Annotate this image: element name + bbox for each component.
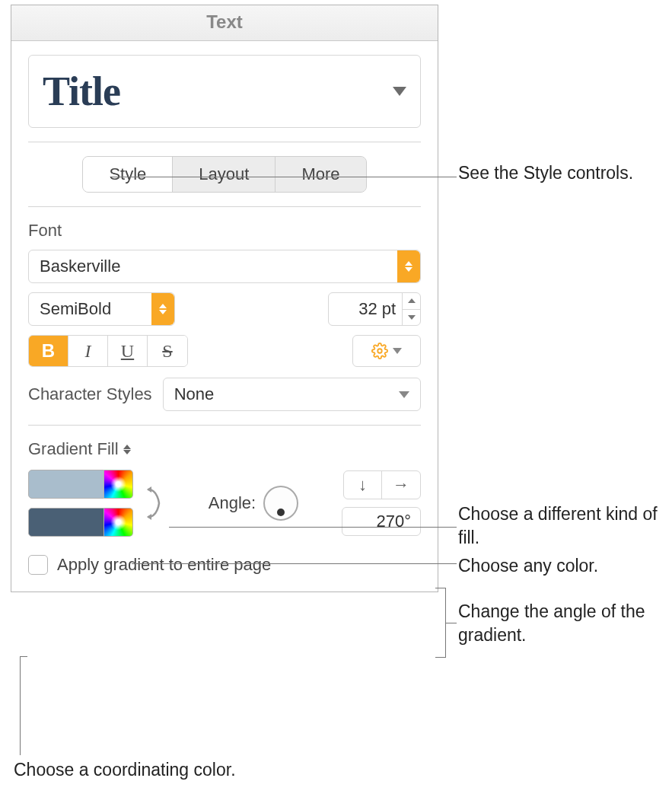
italic-button[interactable]: I [68, 336, 108, 366]
select-stepper-icon [151, 293, 174, 325]
fill-type-label: Gradient Fill [28, 439, 119, 459]
gradient-color-1-swatch[interactable] [28, 470, 104, 499]
font-family-value: Baskerville [40, 257, 120, 276]
stepper-arrows [402, 293, 420, 325]
direction-down-button[interactable]: ↓ [344, 471, 382, 499]
font-family-select[interactable]: Baskerville [28, 250, 421, 283]
callout-line [20, 656, 21, 755]
apply-gradient-page-checkbox[interactable] [28, 555, 48, 575]
gradient-color-1-picker[interactable] [104, 470, 133, 499]
angle-dial[interactable] [263, 486, 298, 521]
font-size-unit: pt [382, 299, 402, 319]
gradient-color-2-picker[interactable] [104, 508, 133, 537]
select-stepper-icon [397, 250, 420, 282]
chevron-down-icon [393, 348, 402, 354]
angle-value-field[interactable]: 270° [342, 507, 421, 536]
direction-right-button[interactable]: → [382, 471, 420, 499]
character-styles-select[interactable]: None [163, 378, 421, 411]
gear-icon [371, 343, 388, 359]
callout-angle: Change the angle of the gradient. [458, 600, 672, 647]
swap-colors-icon[interactable] [142, 480, 165, 526]
gradient-direction-group: ↓ → [343, 470, 421, 499]
bold-button[interactable]: B [29, 336, 68, 366]
fill-type-select[interactable]: Gradient Fill [28, 439, 131, 459]
paragraph-style-dropdown[interactable]: Title [28, 55, 421, 128]
callout-bracket [435, 588, 446, 658]
chevron-down-icon [399, 391, 409, 398]
tab-style[interactable]: Style [83, 157, 173, 192]
callout-line [111, 177, 457, 177]
font-size-input[interactable] [329, 299, 382, 319]
tab-more[interactable]: More [275, 157, 365, 192]
chevron-down-icon [393, 87, 406, 96]
callout-line [20, 656, 27, 657]
stepper-down-button[interactable] [403, 310, 420, 326]
callout-line [446, 623, 457, 623]
select-stepper-icon [123, 445, 131, 454]
callout-line [169, 527, 457, 528]
angle-value: 270° [376, 512, 411, 531]
callout-any-color: Choose any color. [458, 554, 598, 578]
divider [28, 206, 421, 207]
text-style-group: B I U S [28, 335, 188, 367]
divider [28, 142, 421, 142]
panel-title: Text [11, 5, 438, 41]
gradient-color-2-swatch[interactable] [28, 508, 104, 537]
callout-line [132, 563, 457, 564]
font-weight-value: SemiBold [40, 299, 111, 319]
underline-button[interactable]: U [108, 336, 148, 366]
paragraph-style-name: Title [43, 68, 120, 115]
font-size-stepper[interactable]: pt [328, 292, 421, 326]
divider [28, 425, 421, 426]
font-section-label: Font [28, 221, 421, 241]
apply-gradient-page-label: Apply gradient to entire page [57, 555, 271, 575]
callout-coord-color: Choose a coordinating color. [14, 758, 236, 782]
callout-fill-kind: Choose a different kind of fill. [458, 502, 672, 550]
character-styles-label: Character Styles [28, 384, 152, 404]
tab-layout[interactable]: Layout [173, 157, 275, 192]
stepper-up-button[interactable] [403, 293, 420, 310]
character-styles-value: None [174, 384, 215, 404]
advanced-options-button[interactable] [352, 335, 421, 367]
strikethrough-button[interactable]: S [148, 336, 187, 366]
text-inspector-panel: Text Title Style Layout More Font Basker… [11, 5, 438, 592]
tab-bar: Style Layout More [82, 156, 366, 193]
callout-style-controls: See the Style controls. [458, 161, 633, 185]
svg-point-0 [377, 349, 382, 353]
font-weight-select[interactable]: SemiBold [28, 292, 175, 326]
angle-label: Angle: [209, 493, 256, 513]
